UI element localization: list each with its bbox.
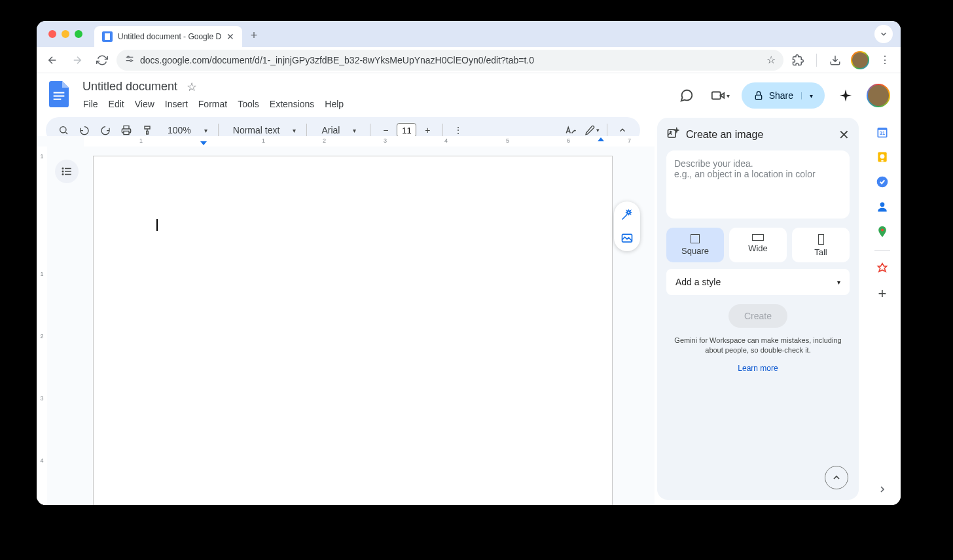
menu-bar: FileEditViewInsertFormatToolsExtensionsH…: [79, 96, 666, 112]
profile-avatar[interactable]: [851, 51, 869, 69]
font-value: Arial: [317, 125, 344, 135]
indent-marker-icon[interactable]: [200, 141, 207, 145]
minimize-window[interactable]: [62, 30, 69, 38]
svg-point-26: [881, 228, 884, 231]
svg-point-18: [670, 131, 672, 133]
floating-tools: [614, 201, 640, 251]
learn-more-link[interactable]: Learn more: [666, 364, 850, 373]
browser-tab[interactable]: Untitled document - Google D ✕: [94, 26, 242, 47]
separator: [874, 250, 890, 251]
addon-app-icon[interactable]: [876, 262, 889, 275]
scroll-top-icon[interactable]: [825, 466, 848, 489]
svg-point-14: [62, 171, 63, 172]
svg-point-23: [880, 154, 885, 159]
maps-app-icon[interactable]: [876, 225, 889, 238]
site-settings-icon[interactable]: [124, 54, 135, 67]
menu-tools[interactable]: Tools: [233, 96, 264, 112]
svg-point-13: [62, 168, 63, 169]
url-field[interactable]: docs.google.com/document/d/1-_injnjGPy3z…: [117, 50, 783, 71]
keep-app-icon[interactable]: [876, 150, 889, 164]
calendar-app-icon[interactable]: 31: [876, 126, 889, 139]
gemini-sparkle-icon[interactable]: [833, 82, 859, 109]
ruler-label: 1: [139, 137, 143, 144]
chevron-down-icon: ▾: [837, 279, 840, 286]
share-label: Share: [769, 90, 793, 101]
ruler-label: 6: [567, 137, 570, 144]
side-rail: 31 +: [864, 120, 901, 505]
menu-help[interactable]: Help: [320, 96, 348, 112]
svg-point-9: [60, 127, 66, 133]
vertical-ruler[interactable]: 11234: [37, 147, 47, 505]
text-cursor: [156, 219, 158, 231]
indent-marker-icon[interactable]: [598, 137, 604, 141]
separator: [370, 124, 370, 137]
editor-area: 11234567 11234: [37, 136, 655, 505]
share-button[interactable]: Share ▾: [742, 82, 825, 109]
panel-title: Create an image: [686, 129, 832, 141]
svg-rect-6: [54, 99, 62, 100]
create-image-panel: Create an image ✕ SquareWideTall Add a s…: [657, 118, 859, 500]
style-select[interactable]: Add a style ▾: [666, 269, 850, 295]
contacts-app-icon[interactable]: [876, 200, 889, 213]
create-button[interactable]: Create: [728, 304, 787, 328]
extensions-icon[interactable]: [787, 50, 808, 71]
zoom-select[interactable]: 100% ▾: [158, 125, 213, 135]
get-addons-icon[interactable]: +: [876, 287, 889, 300]
reload-button[interactable]: [92, 50, 113, 71]
magic-wand-icon[interactable]: [618, 205, 636, 224]
tab-title: Untitled document - Google D: [118, 32, 221, 41]
aspect-wide[interactable]: Wide: [729, 228, 787, 262]
docs-logo-icon[interactable]: [47, 79, 71, 110]
downloads-icon[interactable]: [825, 50, 846, 71]
font-select[interactable]: Arial ▾: [312, 125, 365, 135]
aspect-square[interactable]: Square: [666, 228, 724, 262]
styles-select[interactable]: Normal text ▾: [224, 125, 302, 135]
menu-edit[interactable]: Edit: [104, 96, 129, 112]
insert-image-ai-icon[interactable]: [618, 229, 636, 247]
expand-rail-icon[interactable]: [877, 484, 888, 497]
menu-format[interactable]: Format: [194, 96, 232, 112]
browser-window: Untitled document - Google D ✕ + docs.go…: [37, 21, 901, 505]
separator: [218, 124, 219, 137]
star-icon[interactable]: ☆: [187, 80, 197, 94]
window-controls: [48, 30, 82, 38]
horizontal-ruler[interactable]: 11234567: [84, 136, 655, 147]
meet-icon[interactable]: ▾: [708, 82, 734, 109]
ruler-label: 5: [506, 137, 509, 144]
menu-insert[interactable]: Insert: [160, 96, 192, 112]
forward-button[interactable]: [67, 50, 88, 71]
close-window[interactable]: [48, 30, 56, 38]
ruler-label: 2: [323, 137, 326, 144]
close-tab-icon[interactable]: ✕: [226, 31, 234, 42]
disclaimer-text: Gemini for Workspace can make mistakes, …: [666, 336, 850, 356]
maximize-window[interactable]: [75, 30, 82, 38]
ruler-label: 2: [37, 333, 47, 340]
ruler-label: 3: [37, 395, 47, 402]
svg-rect-8: [755, 95, 761, 99]
comments-icon[interactable]: [674, 82, 700, 109]
aspect-tall[interactable]: Tall: [792, 228, 850, 262]
ruler-label: 3: [384, 137, 387, 144]
close-panel-icon[interactable]: ✕: [838, 127, 850, 143]
tasks-app-icon[interactable]: [876, 175, 889, 188]
menu-view[interactable]: View: [130, 96, 159, 112]
image-prompt-input[interactable]: [666, 150, 850, 219]
share-dropdown-icon[interactable]: ▾: [801, 92, 813, 99]
document-title[interactable]: Untitled document: [79, 79, 181, 95]
menu-extensions[interactable]: Extensions: [265, 96, 319, 112]
menu-file[interactable]: File: [79, 96, 103, 112]
url-text: docs.google.com/document/d/1-_injnjGPy3z…: [140, 55, 761, 65]
bookmark-star-icon[interactable]: ☆: [766, 54, 776, 66]
new-tab-button[interactable]: +: [245, 26, 263, 44]
back-button[interactable]: [42, 50, 63, 71]
tab-search-button[interactable]: [874, 25, 893, 43]
document-page[interactable]: [93, 156, 613, 505]
address-bar-actions: ⋮: [787, 50, 895, 71]
ruler-label: 1: [37, 153, 47, 160]
account-avatar[interactable]: [867, 84, 890, 107]
document-outline-icon[interactable]: [55, 160, 79, 183]
chrome-menu-icon[interactable]: ⋮: [874, 50, 895, 71]
font-size-input[interactable]: [397, 123, 416, 137]
separator: [607, 124, 607, 137]
image-sparkle-icon: [666, 127, 679, 143]
